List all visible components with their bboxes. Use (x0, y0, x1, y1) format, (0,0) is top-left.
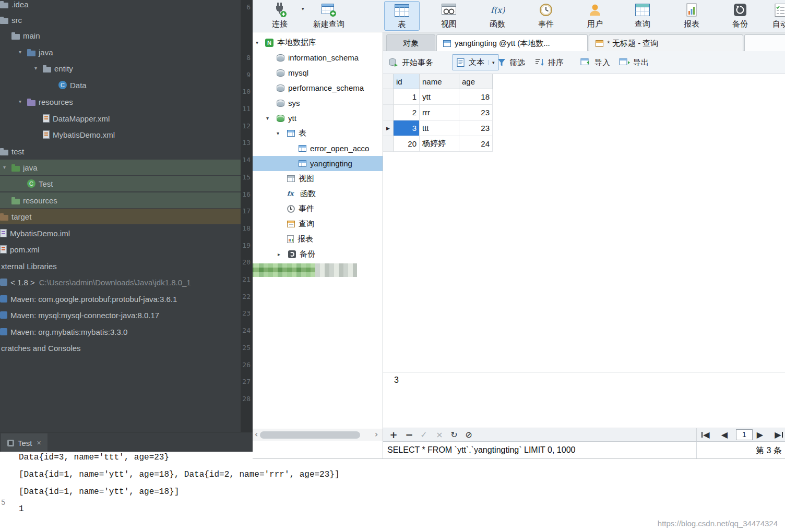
column-header-id[interactable]: id (394, 74, 420, 89)
begin-transaction-button[interactable]: 开始事务 (388, 55, 433, 70)
stop-icon[interactable]: ⊘ (462, 428, 475, 441)
tree-db-mysql[interactable]: mysql (253, 65, 383, 80)
chevron-down-icon[interactable]: ▾ (277, 130, 279, 136)
automation-button[interactable]: 自动 (758, 1, 785, 31)
tab-table-yangtingting[interactable]: yangtingting @ytt (本地数... (436, 34, 588, 52)
cell-age[interactable]: 23 (459, 120, 493, 136)
queries-button[interactable]: 查询 (621, 1, 664, 31)
tree-views-node[interactable]: 视图 (253, 171, 383, 186)
cell-age[interactable]: 23 (459, 105, 493, 120)
tree-item-target[interactable]: target (0, 209, 241, 224)
tree-item-idea[interactable]: .idea (0, 0, 241, 12)
tab-objects[interactable]: 对象 (386, 34, 435, 52)
chevron-down-icon[interactable]: ▾ (256, 40, 258, 45)
row-marker-current[interactable]: ▶ (383, 120, 394, 136)
add-record-icon[interactable]: + (387, 428, 400, 441)
chevron-right-icon[interactable]: ▸ (278, 251, 280, 257)
column-header-age[interactable]: age (459, 74, 493, 89)
cell-id[interactable]: 20 (394, 136, 420, 152)
console-tab-test[interactable]: Test × (1, 433, 47, 452)
scroll-left-icon[interactable]: ‹ (255, 430, 258, 439)
sort-button[interactable]: 排序 (534, 55, 564, 70)
users-button[interactable]: 用户 (573, 1, 617, 31)
first-page-button[interactable]: ◀ (699, 428, 712, 441)
events-button[interactable]: 事件 (524, 1, 568, 31)
tree-item-resources[interactable]: ▾resources (0, 94, 241, 110)
tree-db-ytt[interactable]: ▾ytt (253, 111, 383, 126)
filter-button[interactable]: 筛选 (497, 55, 525, 70)
cell-id[interactable]: 1 (394, 89, 420, 105)
tab-partial[interactable] (744, 34, 785, 52)
cell-name[interactable]: rrr (420, 105, 459, 120)
previous-page-icon[interactable]: ◀ (718, 428, 731, 441)
chevron-down-icon[interactable]: ▾ (19, 49, 21, 55)
tree-item-maven-mysql[interactable]: Maven: mysql:mysql-connector-java:8.0.17 (0, 307, 241, 323)
export-button[interactable]: 导出 (619, 55, 649, 70)
tree-db-performance-schema[interactable]: performance_schema (253, 80, 383, 95)
tables-button[interactable]: 表 (384, 1, 420, 31)
cell-id[interactable]: 2 (394, 105, 420, 120)
tree-table-yangtingting[interactable]: yangtingting (253, 156, 383, 171)
chevron-down-icon[interactable]: ▾ (19, 99, 21, 104)
tree-item-java[interactable]: ▾java (0, 44, 241, 60)
tree-functions-node[interactable]: 函数 (253, 186, 383, 201)
tree-connection-root[interactable]: ▾本地数据库 (253, 35, 383, 50)
backup-button[interactable]: 备份 (718, 1, 762, 31)
grid-row[interactable]: 2 rrr 23 (383, 105, 493, 120)
tree-item-external-libraries[interactable]: xternal Libraries (0, 258, 241, 274)
tree-item-iml-file[interactable]: MybatisDemo.iml (0, 225, 241, 241)
chevron-down-icon[interactable]: ▾ (266, 115, 269, 121)
tree-backup-node[interactable]: ▸备份 (253, 247, 383, 262)
row-marker[interactable] (383, 136, 394, 152)
tree-item-datamapper-xml[interactable]: DataMapper.xml (0, 111, 241, 126)
close-icon[interactable]: × (37, 439, 41, 447)
page-number-input[interactable]: 1 (736, 429, 753, 440)
tree-item-scratches[interactable]: cratches and Consoles (0, 340, 241, 356)
text-view-toggle[interactable]: 文本 ▾ (452, 54, 499, 70)
grid-row-selected[interactable]: ▶ 3 ttt 23 (383, 120, 493, 136)
value-pane-divider[interactable] (383, 372, 785, 372)
tree-item-jdk[interactable]: < 1.8 >C:\Users\admin\Downloads\Java\jdk… (0, 274, 241, 290)
delete-record-icon[interactable]: − (403, 428, 415, 441)
new-query-button[interactable]: 新建查询 (307, 1, 351, 31)
row-marker[interactable] (383, 89, 394, 105)
cell-age[interactable]: 24 (459, 136, 493, 152)
connection-button[interactable]: 连接 (258, 1, 302, 31)
cell-id-selected[interactable]: 3 (394, 120, 420, 136)
cell-name[interactable]: ttt (420, 120, 459, 136)
tree-item-test-folder[interactable]: test (0, 143, 241, 159)
chevron-down-icon[interactable]: ▾ (3, 164, 6, 170)
tree-tables-node[interactable]: ▾表 (253, 126, 383, 141)
functions-button[interactable]: f(x) 函数 (475, 1, 519, 31)
tree-item-entity[interactable]: ▾entity (0, 61, 241, 76)
cell-age[interactable]: 18 (459, 89, 493, 105)
tree-item-maven-mybatis[interactable]: Maven: org.mybatis:mybatis:3.3.0 (0, 324, 241, 340)
cell-name[interactable]: ytt (420, 89, 459, 105)
refresh-icon[interactable]: ↻ (448, 428, 460, 441)
discard-changes-icon[interactable]: × (433, 428, 446, 441)
tree-item-maven-protobuf[interactable]: Maven: com.google.protobuf:protobuf-java… (0, 291, 241, 307)
chevron-down-icon[interactable]: ▾ (302, 6, 304, 11)
scrollbar-thumb[interactable] (260, 431, 360, 439)
apply-changes-icon[interactable]: ✓ (418, 428, 430, 441)
views-button[interactable]: 视图 (427, 1, 471, 31)
tree-events-node[interactable]: 事件 (253, 201, 383, 216)
row-marker[interactable] (383, 105, 394, 120)
tree-db-sys[interactable]: sys (253, 95, 383, 111)
tree-item-data-class[interactable]: Data (0, 77, 241, 93)
import-button[interactable]: 导入 (580, 55, 610, 70)
tree-horizontal-scrollbar[interactable]: ‹ › (253, 429, 383, 441)
chevron-down-icon[interactable]: ▾ (489, 60, 495, 65)
next-page-icon[interactable]: ▶ (754, 428, 766, 441)
tree-item-src[interactable]: src (0, 12, 241, 28)
tree-queries-node[interactable]: 查询 (253, 216, 383, 232)
last-page-button[interactable]: ▶ (772, 428, 785, 441)
tree-item-test-java[interactable]: ▾java (0, 160, 241, 175)
reports-button[interactable]: 报表 (670, 1, 713, 31)
tree-item-mybatisdemo-xml[interactable]: MybatisDemo.xml (0, 127, 241, 142)
tree-item-test-resources[interactable]: resources (0, 192, 241, 208)
tree-db-information-schema[interactable]: information_schema (253, 50, 383, 65)
cell-name[interactable]: 杨婷婷 (420, 136, 459, 152)
tree-item-pom-xml[interactable]: pom.xml (0, 241, 241, 257)
tree-item-main[interactable]: main (0, 28, 241, 43)
